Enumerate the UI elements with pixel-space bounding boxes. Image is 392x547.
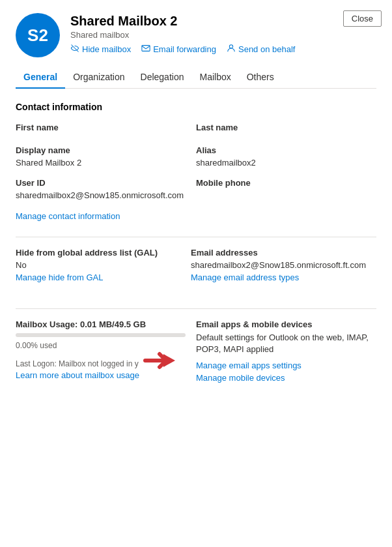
header: S2 Shared Mailbox 2 Shared mailbox Hide … [16, 13, 376, 57]
email-addresses-value: sharedmailbox2@Snow185.onmicrosoft.ft.co… [191, 260, 366, 270]
tab-general[interactable]: General [16, 67, 65, 89]
header-actions: Hide mailbox Email forwarding [70, 44, 376, 55]
contact-section-title: Contact information [16, 102, 376, 112]
email-apps-label: Email apps & mobile devices [196, 319, 376, 329]
close-button[interactable]: Close [343, 10, 382, 27]
gal-label: Hide from global address list (GAL) [16, 248, 180, 258]
svg-marker-2 [163, 354, 175, 367]
tabs-bar: General Organization Delegation Mailbox … [16, 67, 376, 89]
user-id-block: User ID sharedmailbox2@Snow185.onmicroso… [16, 178, 196, 200]
email-addresses-label: Email addresses [191, 248, 366, 258]
last-logon-text: Last Logon: Mailbox not logged in y [16, 359, 139, 368]
display-alias-row: Display name Shared Mailbox 2 Alias shar… [16, 145, 376, 178]
send-on-behalf-link[interactable]: Send on behalf [227, 44, 295, 55]
panel: S2 Shared Mailbox 2 Shared mailbox Hide … [0, 0, 392, 547]
manage-contact-link[interactable]: Manage contact information [16, 211, 120, 221]
email-apps-col: Email apps & mobile devices Default sett… [196, 319, 376, 393]
gal-value: No [16, 260, 180, 270]
learn-more-mailbox-link[interactable]: Learn more about mailbox usage [16, 370, 139, 380]
mailbox-title: Shared Mailbox 2 [70, 13, 376, 29]
eye-hide-icon [70, 44, 79, 55]
manage-gal-link[interactable]: Manage hide from GAL [16, 273, 103, 282]
tab-organization[interactable]: Organization [65, 67, 132, 89]
display-name-label: Display name [16, 145, 186, 155]
email-forwarding-link[interactable]: Email forwarding [141, 44, 216, 55]
email-apps-desc: Default settings for Outlook on the web,… [196, 332, 376, 355]
svg-point-1 [229, 45, 232, 48]
usage-percent: 0.00% used [16, 341, 186, 350]
arrow-row: Last Logon: Mailbox not logged in y [16, 351, 186, 370]
gal-email-row: Hide from global address list (GAL) No M… [16, 248, 376, 303]
display-name-value: Shared Mailbox 2 [16, 158, 186, 168]
divider-2 [16, 308, 376, 309]
person-icon [227, 44, 236, 55]
usage-label: Mailbox Usage: 0.01 MB/49.5 GB [16, 319, 186, 329]
alias-block: Alias sharedmailbox2 [196, 145, 376, 168]
avatar: S2 [16, 13, 60, 57]
tab-delegation[interactable]: Delegation [133, 67, 192, 89]
manage-email-types-link[interactable]: Manage email address types [191, 273, 299, 282]
alias-label: Alias [196, 145, 366, 155]
name-row: First name Last name [16, 123, 376, 145]
gal-block: Hide from global address list (GAL) No M… [16, 248, 191, 293]
first-name-block: First name [16, 123, 196, 135]
mobile-phone-block: Mobile phone [196, 178, 376, 200]
red-arrow-icon [143, 351, 175, 370]
hide-mailbox-link[interactable]: Hide mailbox [70, 44, 131, 55]
user-id-value: sharedmailbox2@Snow185.onmicrosoft.com [16, 190, 186, 200]
tab-mailbox[interactable]: Mailbox [191, 67, 238, 89]
forward-icon [141, 44, 150, 55]
mobile-phone-label: Mobile phone [196, 178, 366, 188]
divider-1 [16, 237, 376, 237]
mailbox-subtitle: Shared mailbox [70, 30, 376, 40]
usage-col: Mailbox Usage: 0.01 MB/49.5 GB 0.00% use… [16, 319, 196, 393]
tab-others[interactable]: Others [239, 67, 282, 89]
user-id-label: User ID [16, 178, 186, 188]
email-addresses-block: Email addresses sharedmailbox2@Snow185.o… [191, 248, 376, 293]
last-name-label: Last name [196, 123, 366, 132]
usage-bar-container [16, 333, 186, 337]
display-name-block: Display name Shared Mailbox 2 [16, 145, 196, 168]
svg-rect-0 [142, 46, 150, 52]
first-name-label: First name [16, 123, 186, 132]
alias-value: sharedmailbox2 [196, 158, 366, 168]
userid-phone-row: User ID sharedmailbox2@Snow185.onmicroso… [16, 178, 376, 211]
last-name-block: Last name [196, 123, 376, 135]
bottom-section: Mailbox Usage: 0.01 MB/49.5 GB 0.00% use… [16, 319, 376, 393]
manage-mobile-devices-link[interactable]: Manage mobile devices [196, 373, 376, 383]
header-info: Shared Mailbox 2 Shared mailbox Hide mai… [70, 13, 376, 55]
manage-email-apps-link[interactable]: Manage email apps settings [196, 361, 376, 370]
